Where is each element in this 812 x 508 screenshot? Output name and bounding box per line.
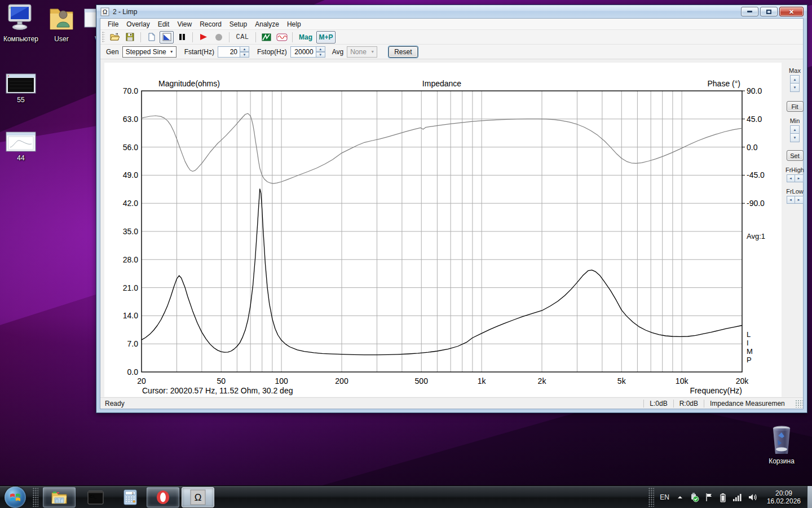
spinner-left-icon[interactable]: ◄ [787, 196, 795, 204]
maximize-button[interactable] [760, 7, 778, 16]
copy-page-icon [148, 33, 156, 41]
language-indicator[interactable]: EN [660, 493, 669, 501]
resize-grip[interactable] [795, 400, 803, 408]
spinner-up-icon[interactable]: ▲ [790, 125, 800, 134]
close-button[interactable]: ✕ [779, 7, 804, 16]
taskbar-button-limp[interactable]: Ω [182, 487, 214, 507]
svg-text:5k: 5k [617, 376, 626, 386]
minimize-button[interactable] [741, 7, 758, 16]
spinner-down-icon[interactable]: ▼ [790, 134, 800, 142]
scale-view-button[interactable] [160, 31, 174, 43]
set-button[interactable]: Set [787, 150, 804, 161]
overlay-curves-button[interactable] [259, 31, 273, 43]
magnitude-phase-view-button[interactable]: M+P [316, 31, 336, 43]
pause-button[interactable] [175, 31, 189, 43]
spinner-right-icon[interactable]: ► [795, 196, 804, 204]
svg-text:14.0: 14.0 [123, 311, 138, 320]
menu-file[interactable]: File [104, 19, 122, 29]
spinner-down-icon[interactable]: ▼ [790, 84, 800, 92]
spinner-up-icon[interactable]: ▲ [240, 46, 249, 52]
generator-type-select[interactable]: Stepped Sine ▼ [122, 46, 176, 58]
min-spinner[interactable]: ▲▼ [790, 125, 800, 142]
user-folder-icon [46, 2, 77, 34]
spinner-left-icon[interactable]: ◄ [787, 174, 795, 182]
taskbar-button-explorer[interactable] [43, 487, 76, 507]
copy-button[interactable] [144, 31, 158, 43]
menu-edit[interactable]: Edit [154, 19, 174, 29]
frlow-spinner[interactable]: ◄► [782, 196, 808, 204]
spinner-right-icon[interactable]: ► [795, 174, 804, 182]
record-stop-button[interactable] [211, 31, 226, 43]
fstop-input[interactable] [290, 46, 316, 58]
svg-text:0.0: 0.0 [127, 367, 139, 376]
desktop-icon-user-folder[interactable]: User [41, 2, 82, 43]
frhigh-spinner[interactable]: ◄► [782, 174, 808, 182]
menu-record[interactable]: Record [196, 19, 226, 29]
menu-view[interactable]: View [173, 19, 196, 29]
record-start-button[interactable] [196, 31, 210, 43]
svg-text:50: 50 [217, 376, 226, 386]
usb-device-tray-icon[interactable] [689, 492, 699, 502]
start-button[interactable] [5, 487, 26, 508]
screenshot-44-icon [5, 132, 37, 153]
signal-generator-button[interactable] [275, 31, 289, 43]
desktop-icon-screenshot-44[interactable]: 44 [0, 132, 42, 162]
tray-grip[interactable] [648, 488, 654, 507]
menu-analyze[interactable]: Analyze [251, 19, 283, 29]
magnitude-view-button[interactable]: Mag [296, 31, 315, 43]
svg-text:2k: 2k [538, 376, 547, 386]
spinner-up-icon[interactable]: ▲ [316, 46, 325, 52]
taskbar-grip[interactable] [33, 488, 38, 507]
taskbar-clock[interactable]: 20:09 16.02.2026 [767, 489, 801, 505]
gen-label: Gen [106, 48, 119, 56]
close-icon: ✕ [789, 9, 794, 15]
limp-omega-icon: Ω [190, 489, 206, 505]
spinner-down-icon[interactable]: ▼ [240, 52, 249, 58]
desktop-icon-screenshot-55[interactable]: 55 [0, 73, 42, 104]
action-center-tray-icon[interactable] [705, 493, 713, 502]
flag-icon [705, 493, 713, 502]
svg-text:21.0: 21.0 [123, 283, 138, 292]
show-hidden-icons-button[interactable] [677, 495, 683, 500]
fit-button[interactable]: Fit [787, 101, 804, 112]
maximize-icon [766, 10, 771, 14]
fstart-input[interactable] [218, 46, 240, 58]
battery-tray-icon[interactable] [719, 493, 727, 502]
set-label: Set [790, 152, 800, 159]
title-bar[interactable]: Ω 2 - Limp ✕ [96, 5, 807, 18]
volume-tray-icon[interactable] [748, 493, 758, 502]
network-tray-icon[interactable] [732, 493, 743, 502]
menu-bar: File Overlay Edit View Record Setup Anal… [100, 19, 803, 30]
calibrate-button[interactable]: CAL [233, 31, 252, 43]
max-label: Max [782, 67, 808, 74]
app-icon: Ω [100, 7, 109, 16]
generator-bar: Gen Stepped Sine ▼ Fstart(Hz) ▲▼ Fstop(H… [100, 45, 803, 59]
taskbar-button-opera[interactable] [147, 487, 179, 507]
taskbar-button-cmd[interactable]: C:\_ [79, 487, 112, 507]
fstart-spinner[interactable]: ▲▼ [240, 46, 249, 58]
svg-text:Ω: Ω [103, 8, 107, 15]
menu-overlay[interactable]: Overlay [122, 19, 153, 29]
svg-text:100: 100 [275, 376, 288, 386]
desktop-icon-computer[interactable]: Компьютер [0, 2, 42, 43]
desktop-icon-recycle-bin[interactable]: Корзина [761, 424, 802, 465]
menu-help[interactable]: Help [283, 19, 305, 29]
menu-setup[interactable]: Setup [226, 19, 251, 29]
open-folder-icon [110, 33, 120, 41]
toolbar-grip[interactable] [102, 32, 105, 43]
reset-button[interactable]: Reset [389, 46, 417, 58]
blue-triangle-icon [162, 33, 171, 41]
min-label: Min [782, 117, 808, 124]
max-spinner[interactable]: ▲▼ [790, 75, 800, 92]
spinner-down-icon[interactable]: ▼ [316, 52, 325, 58]
impedance-chart[interactable]: Magnitude(ohms)ImpedancePhase (°)70.063.… [104, 63, 782, 397]
save-button[interactable] [123, 31, 137, 43]
fstart-label: Fstart(Hz) [184, 48, 214, 56]
svg-text:Cursor: 20020.57 Hz, 11.52 Ohm: Cursor: 20020.57 Hz, 11.52 Ohm, 30.2 deg [142, 386, 293, 395]
fstop-spinner[interactable]: ▲▼ [316, 46, 325, 58]
window-title: 2 - Limp [113, 8, 739, 16]
open-file-button[interactable] [108, 31, 122, 43]
spinner-up-icon[interactable]: ▲ [790, 75, 800, 84]
show-desktop-button[interactable] [807, 486, 812, 508]
taskbar-button-calculator[interactable]: 0 [114, 487, 147, 507]
